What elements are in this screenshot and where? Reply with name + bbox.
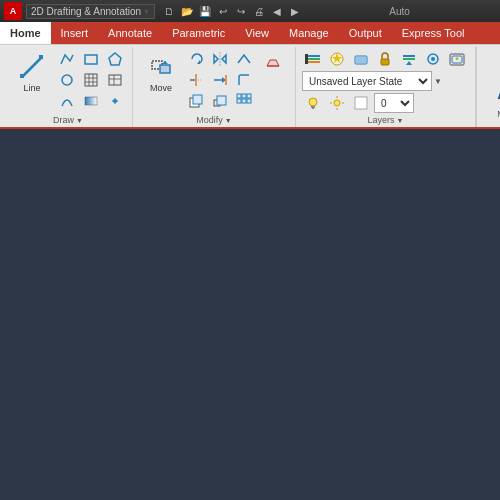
hatch-button[interactable] <box>80 70 102 90</box>
svg-rect-2 <box>39 55 43 59</box>
polyline-icon <box>59 51 75 67</box>
modify-small-col2 <box>209 49 231 111</box>
layer-sun-icon <box>329 95 345 111</box>
rectangle-button[interactable] <box>80 49 102 69</box>
svg-rect-45 <box>306 55 320 57</box>
scale-button[interactable] <box>209 91 231 111</box>
rotate-button[interactable] <box>185 49 207 69</box>
qat-print[interactable]: 🖨 <box>251 3 267 19</box>
layer-name-select[interactable]: 0 <box>374 93 414 113</box>
layer-match-button[interactable] <box>398 49 420 69</box>
layer-off-button[interactable] <box>350 49 372 69</box>
svg-marker-11 <box>109 53 121 65</box>
ribbon-group-modify: Move <box>133 47 296 127</box>
menu-output[interactable]: Output <box>339 22 392 44</box>
svg-marker-43 <box>267 60 279 66</box>
svg-rect-10 <box>85 97 97 105</box>
workspace-dropdown-icon: ▼ <box>143 8 150 15</box>
qat-forward[interactable]: ▶ <box>287 3 303 19</box>
svg-rect-37 <box>237 94 241 98</box>
menu-manage[interactable]: Manage <box>279 22 339 44</box>
svg-marker-58 <box>406 61 412 65</box>
layer-isolate-icon <box>425 51 441 67</box>
stretch-button[interactable] <box>233 49 255 69</box>
modify-tools: Move <box>139 49 289 113</box>
array-button[interactable] <box>233 91 255 111</box>
svg-point-60 <box>431 57 435 61</box>
layer-sun-button[interactable] <box>326 93 348 113</box>
layer-freeze-icon <box>329 51 345 67</box>
region-button[interactable] <box>104 49 126 69</box>
svg-marker-63 <box>455 57 459 61</box>
menu-bar: Home Insert Annotate Parametric View Man… <box>0 22 500 44</box>
layer-lock-button[interactable] <box>374 49 396 69</box>
qat-undo[interactable]: ↩ <box>215 3 231 19</box>
qat-back[interactable]: ◀ <box>269 3 285 19</box>
trim-button[interactable] <box>185 70 207 90</box>
ribbon-content: Line <box>0 44 500 127</box>
layer-state-arrow: ▼ <box>434 77 442 86</box>
svg-rect-41 <box>242 99 246 103</box>
qat-new[interactable]: 🗋 <box>161 3 177 19</box>
svg-rect-46 <box>306 58 320 60</box>
region-icon <box>107 51 123 67</box>
menu-express-tools[interactable]: Express Tool <box>392 22 475 44</box>
rectangle-icon <box>83 51 99 67</box>
layers-group-label[interactable]: Layers ▼ <box>368 113 404 127</box>
svg-rect-38 <box>242 94 246 98</box>
trim-icon <box>188 72 204 88</box>
layer-bulb-button[interactable] <box>302 93 324 113</box>
mirror-button[interactable] <box>209 49 231 69</box>
layer-lock-icon <box>377 51 393 67</box>
layers-row3: 0 <box>302 93 414 113</box>
mirror-icon <box>212 51 228 67</box>
qat-open[interactable]: 📂 <box>179 3 195 19</box>
svg-rect-4 <box>85 55 97 64</box>
draw-group-dropdown: ▼ <box>76 117 83 124</box>
arc-button[interactable] <box>56 91 78 111</box>
point-button[interactable] <box>104 91 126 111</box>
layer-freeze-button[interactable] <box>326 49 348 69</box>
svg-rect-35 <box>217 96 226 105</box>
svg-rect-65 <box>311 106 315 108</box>
move-label: Move <box>150 83 172 94</box>
extend-button[interactable] <box>209 70 231 90</box>
extend-icon <box>212 72 228 88</box>
table-tool-button[interactable] <box>104 70 126 90</box>
layers-row2: Unsaved Layer State ▼ <box>302 71 442 91</box>
menu-insert[interactable]: Insert <box>51 22 99 44</box>
circle-button[interactable] <box>56 70 78 90</box>
menu-view[interactable]: View <box>235 22 279 44</box>
erase-icon <box>265 53 281 69</box>
draw-group-label[interactable]: Draw ▼ <box>53 113 83 127</box>
layer-freeze-vp-button[interactable] <box>446 49 468 69</box>
fillet-button[interactable] <box>233 70 255 90</box>
svg-marker-22 <box>197 60 200 64</box>
workspace-selector[interactable]: 2D Drafting & Annotation ▼ <box>26 4 155 19</box>
erase-button[interactable] <box>257 49 289 70</box>
menu-parametric[interactable]: Parametric <box>162 22 235 44</box>
copy-button[interactable] <box>185 91 207 111</box>
stretch-icon <box>236 51 252 67</box>
layer-properties-button[interactable] <box>302 49 324 69</box>
gradient-button[interactable] <box>80 91 102 111</box>
svg-rect-39 <box>247 94 251 98</box>
polyline-button[interactable] <box>56 49 78 69</box>
svg-rect-19 <box>160 65 170 73</box>
menu-annotate[interactable]: Annotate <box>98 22 162 44</box>
modify-group-label[interactable]: Modify ▼ <box>196 113 231 127</box>
menu-home[interactable]: Home <box>0 22 51 44</box>
qat-redo[interactable]: ↪ <box>233 3 249 19</box>
qat-save[interactable]: 💾 <box>197 3 213 19</box>
line-button[interactable]: Line <box>10 49 54 96</box>
title-bar: A 2D Drafting & Annotation ▼ 🗋 📂 💾 ↩ ↪ 🖨… <box>0 0 500 22</box>
move-button[interactable]: Move <box>139 49 183 96</box>
layer-isolate-button[interactable] <box>422 49 444 69</box>
layer-state-select[interactable]: Unsaved Layer State <box>302 71 432 91</box>
multiline-text-button[interactable]: A Multilin... <box>485 53 500 121</box>
layer-color-icon <box>353 95 369 111</box>
ribbon-group-layers: Unsaved Layer State ▼ <box>296 47 476 127</box>
scale-icon <box>212 93 228 109</box>
layers-row1 <box>302 49 468 69</box>
layer-color-button[interactable] <box>350 93 372 113</box>
